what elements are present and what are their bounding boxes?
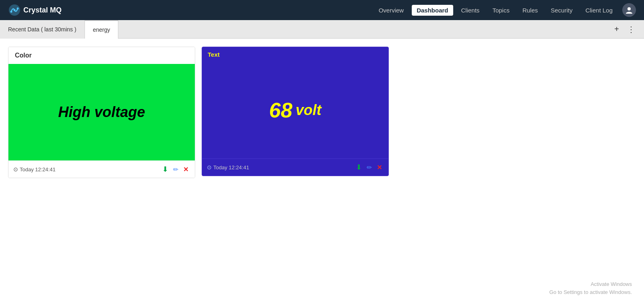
tabs-actions: + ⋮ <box>610 23 644 36</box>
text-card-unit: volt <box>295 102 321 119</box>
text-card-title: Text <box>202 47 388 62</box>
text-card: Text 68 volt ⊙ Today 12:24:41 ⬇ ✏ ✕ <box>202 47 389 176</box>
cards-grid: Color High voltage ⊙ Today 12:24:41 ⬇ ✏ … <box>8 47 636 178</box>
nav-item-overview[interactable]: Overview <box>374 5 409 16</box>
text-card-delete-icon[interactable]: ✕ <box>375 163 384 172</box>
text-card-clock-icon: ⊙ <box>207 164 212 170</box>
add-tab-button[interactable]: + <box>610 23 623 36</box>
app-name: Crystal MQ <box>23 6 62 14</box>
activate-line1: Activate Windows <box>549 280 632 288</box>
text-card-timestamp: Today 12:24:41 <box>213 164 249 170</box>
tabs-bar: Recent Data ( last 30mins ) energy + ⋮ <box>0 20 644 39</box>
color-card-footer: ⊙ Today 12:24:41 ⬇ ✏ ✕ <box>8 160 195 178</box>
color-card-title: Color <box>8 47 195 64</box>
nav-item-clients[interactable]: Clients <box>456 5 485 16</box>
navbar: Crystal MQ Overview Dashboard Clients To… <box>0 0 644 20</box>
more-options-button[interactable]: ⋮ <box>625 23 638 36</box>
nav-item-dashboard[interactable]: Dashboard <box>412 5 453 16</box>
brand-logo[interactable]: Crystal MQ <box>8 4 62 16</box>
nav-item-security[interactable]: Security <box>546 5 577 16</box>
color-card-edit-icon[interactable]: ✏ <box>171 165 180 174</box>
color-card-download-icon[interactable]: ⬇ <box>161 164 170 175</box>
windows-activation: Activate Windows Go to Settings to activ… <box>549 280 632 296</box>
nav-links: Overview Dashboard Clients Topics Rules … <box>374 5 617 16</box>
text-card-footer: ⊙ Today 12:24:41 ⬇ ✏ ✕ <box>202 158 388 176</box>
color-card-display-text: High voltage <box>58 104 145 121</box>
main-content: Color High voltage ⊙ Today 12:24:41 ⬇ ✏ … <box>0 39 644 304</box>
color-card-body: High voltage <box>8 64 195 160</box>
tab-recent-data[interactable]: Recent Data ( last 30mins ) <box>0 20 85 39</box>
nav-item-rules[interactable]: Rules <box>518 5 543 16</box>
text-card-download-icon[interactable]: ⬇ <box>354 162 363 173</box>
app-logo-icon <box>8 4 21 16</box>
color-card-clock-icon: ⊙ <box>13 166 18 173</box>
user-avatar[interactable] <box>622 3 636 17</box>
color-card-delete-icon[interactable]: ✕ <box>182 165 190 174</box>
svg-point-3 <box>17 8 19 10</box>
color-card-timestamp: Today 12:24:41 <box>20 166 56 173</box>
nav-item-client-log[interactable]: Client Log <box>580 5 617 16</box>
text-card-body: 68 volt <box>202 62 388 158</box>
svg-point-1 <box>10 11 12 13</box>
nav-item-topics[interactable]: Topics <box>487 5 514 16</box>
text-card-value: 68 <box>269 98 293 122</box>
text-card-edit-icon[interactable]: ✏ <box>365 163 374 172</box>
svg-point-2 <box>14 9 16 11</box>
person-icon <box>625 6 634 14</box>
color-card: Color High voltage ⊙ Today 12:24:41 ⬇ ✏ … <box>8 47 195 178</box>
tab-energy[interactable]: energy <box>85 20 119 39</box>
activate-line2: Go to Settings to activate Windows. <box>549 288 632 296</box>
svg-point-4 <box>627 7 631 10</box>
